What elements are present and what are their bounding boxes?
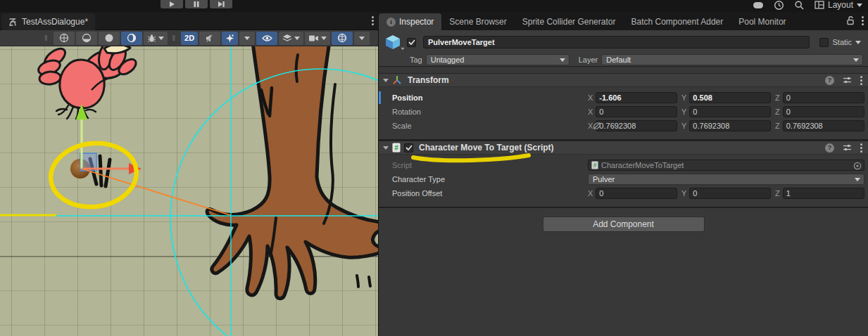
pause-button[interactable] [185,0,208,8]
rotation-y-field[interactable]: 0 [689,106,771,117]
chevron-down-icon [560,58,565,62]
shading-wireframe-button[interactable] [54,32,75,45]
scene-content [0,46,378,336]
chevron-down-icon [855,178,860,181]
scene-tab-bar: TestAssDialogue* [0,12,378,30]
tab-scene-browser[interactable]: Scene Browser [441,13,514,30]
static-dropdown-caret[interactable] [855,41,861,44]
add-component-button[interactable]: Add Component [543,217,705,232]
inspector-menu-button[interactable] [862,16,864,25]
rotation-x-field[interactable]: 0 [596,106,677,117]
presets-icon[interactable] [843,143,852,152]
effects-toggle[interactable] [222,32,238,45]
search-icon[interactable] [794,0,805,11]
gameobject-header: PulverMoveTarget Static Tag Untagged Lay… [379,30,868,67]
unlinked-scale-icon[interactable] [592,121,602,131]
chevron-down-icon [244,37,250,40]
scale-y-field[interactable]: 0.7692308 [689,120,771,131]
position-z-field[interactable]: 0 [783,92,864,103]
rotation-z-field[interactable]: 0 [783,106,864,117]
scene-tab-title: TestAssDialogue* [22,17,88,27]
position-x-field[interactable]: -1.606 [596,92,677,103]
check-icon [405,145,413,150]
layout-dropdown[interactable]: Layout [814,0,862,10]
chevron-down-icon [857,4,862,7]
static-label: Static [832,38,852,46]
tab-batch-component-adder[interactable]: Batch Component Adder [623,13,731,30]
position-label: Position [392,93,588,102]
cloud-icon[interactable] [753,1,764,9]
2d-label: 2D [184,34,194,42]
toolbar-drag-handle[interactable]: ‖ [44,34,49,42]
layers-icon [282,34,292,42]
foldout-arrow-icon[interactable] [383,146,389,150]
script-component-header[interactable]: # Character Move To Target (Script) ? [379,141,868,155]
tab-inspector[interactable]: i Inspector [379,13,441,30]
presets-icon[interactable] [843,76,852,84]
scene-viewport[interactable] [0,46,378,336]
scale-z-field[interactable]: 0.7692308 [783,120,864,131]
shading-solid-button[interactable] [99,32,120,45]
position-offset-label: Position Offset [392,189,588,198]
layer-dropdown[interactable]: Default [601,54,863,65]
foldout-arrow-icon[interactable] [383,79,389,82]
shading-shadedwire-button[interactable] [76,32,97,45]
tab-pool-monitor[interactable]: Pool Monitor [731,13,793,30]
tab-sprite-collider-generator[interactable]: Sprite Collider Generator [515,13,624,30]
character-type-dropdown[interactable]: Pulver [588,174,864,185]
effects-dropdown[interactable] [239,32,255,45]
inspector-pane: i Inspector Scene Browser Sprite Collide… [378,12,868,336]
character-type-row: Character Type Pulver [379,172,868,186]
debug-options-button[interactable] [144,32,168,45]
tab-scene[interactable]: TestAssDialogue* [1,13,95,30]
transform-component-header[interactable]: Transform ? [379,73,868,87]
script-enabled-checkbox[interactable] [404,143,413,153]
offset-y-field[interactable]: 0 [689,188,771,199]
chevron-down-icon [853,58,859,62]
help-icon[interactable]: ? [825,143,834,153]
scene-tab-menu-button[interactable] [372,16,374,25]
component-menu-button[interactable] [860,76,862,85]
sphere-half-icon [82,33,92,43]
step-button[interactable] [210,0,232,8]
component-menu-button[interactable] [860,143,862,153]
bird-sprite [37,46,139,108]
eye-icon [262,34,272,42]
object-picker-icon[interactable] [853,162,862,170]
undo-history-icon[interactable] [774,0,784,11]
scale-x-field[interactable]: 0.7692308 [596,120,677,131]
script-object-field[interactable]: # CharacterMoveToTarget [588,160,864,171]
offset-z-field[interactable]: 1 [783,188,864,199]
help-icon[interactable]: ? [825,76,834,85]
check-icon [408,39,415,45]
gameobject-icon-button[interactable] [384,34,403,51]
layout-label: Layout [828,0,853,10]
svg-text:#: # [394,144,398,152]
audio-mute-toggle[interactable] [199,32,220,45]
play-icon [168,1,175,8]
offset-x-field[interactable]: 0 [596,188,677,199]
tag-dropdown[interactable]: Untagged [426,54,570,65]
active-checkbox[interactable] [407,38,416,47]
lock-icon[interactable] [846,15,855,25]
lighting-toggle-button[interactable] [121,32,142,45]
sparkle-icon [225,34,234,43]
layout-grid-icon [814,1,824,9]
gizmo-orientation-button[interactable] [332,32,353,45]
scene-visibility-toggle[interactable] [256,32,277,45]
gameobject-name-field[interactable]: PulverMoveTarget [423,36,810,49]
scene-view-pane: TestAssDialogue* ‖ ‖ 2D [0,12,378,336]
layer-label: Layer [579,56,598,64]
transform-body: Position X-1.606 Y0.508 Z0 Rotation X0 Y… [379,87,868,139]
toolbar-drag-handle[interactable]: ‖ [172,34,177,42]
2d-mode-toggle[interactable]: 2D [181,32,198,45]
layers-button[interactable] [279,32,303,45]
position-y-field[interactable]: 0.508 [689,92,771,103]
position-offset-row: Position Offset X0 Y0 Z1 [379,186,868,200]
gizmo-dropdown[interactable] [354,32,370,45]
play-button[interactable] [161,0,183,8]
sphere-wireframe-icon [59,33,69,43]
camera-button[interactable] [305,32,330,45]
static-checkbox[interactable] [819,38,829,47]
scale-row: Scale X0.7692308 Y0.7692308 Z0.7692308 [379,119,868,133]
